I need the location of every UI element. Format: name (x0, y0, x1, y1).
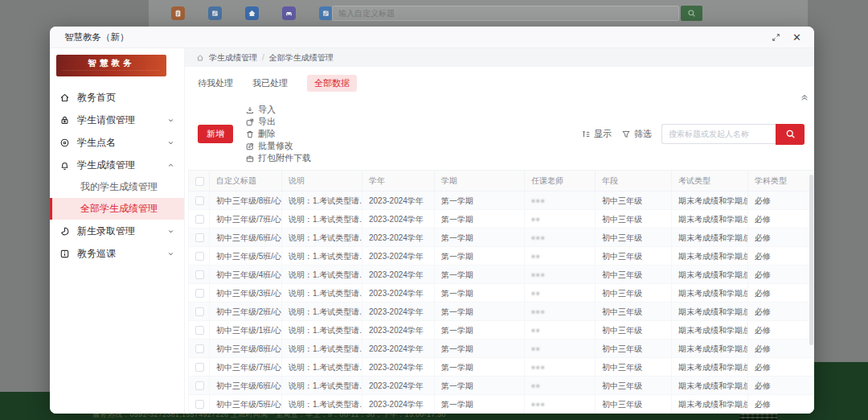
cell-desc: 说明：1.考试类型请... (282, 414, 362, 414)
table-row[interactable]: 初中三年级/6班/心理...说明：1.考试类型请...2023-2024学年第一… (189, 377, 815, 395)
sidebar-item-label: 教务首页 (77, 91, 116, 105)
package-button[interactable]: 打包附件下载 (245, 152, 311, 164)
sidebar-subitem[interactable]: 全部学生成绩管理 (50, 198, 184, 220)
expand-icon[interactable] (772, 33, 780, 42)
cell-exam: 期末考成绩和学期总... (672, 191, 748, 210)
cell-grade: 初中三年级 (596, 377, 672, 395)
cell-title: 初中三年级/3班/心理... (210, 284, 282, 303)
cell-grade: 初中三年级 (596, 303, 672, 321)
select-all-checkbox[interactable] (195, 177, 204, 186)
cell-grade: 初中三年级 (596, 266, 672, 284)
row-checkbox[interactable] (195, 215, 204, 224)
tab-2[interactable]: 全部数据 (307, 75, 357, 92)
import-button[interactable]: 导入 (245, 104, 311, 116)
row-checkbox[interactable] (195, 252, 204, 261)
close-icon[interactable]: ✕ (792, 32, 801, 43)
table-row[interactable]: 初中三年级/8班/心理...说明：1.考试类型请...2023-2024学年第一… (189, 191, 815, 210)
table-row[interactable]: 初中三年级/8班/心理...说明：1.考试类型请...2023-2024学年第一… (189, 340, 815, 358)
car-icon[interactable] (282, 6, 296, 20)
table-row[interactable]: 初中三年级/3班/心理...说明：1.考试类型请...2023-2024学年第一… (189, 284, 815, 303)
row-checkbox[interactable] (195, 233, 204, 242)
row-checkbox[interactable] (195, 381, 204, 390)
cell-teacher: ●● (525, 247, 596, 266)
cell-term: 第一学期 (435, 358, 525, 377)
row-checkbox[interactable] (195, 307, 204, 316)
bell-icon (59, 160, 70, 171)
sidebar-item-home[interactable]: 教务首页 (50, 86, 184, 109)
table-row[interactable]: 初中三年级/2班/心理...说明：1.考试类型请...2023-2024学年第一… (189, 303, 815, 321)
sidebar-item-rollcall[interactable]: 学生点名 (50, 131, 184, 154)
cell-exam: 期末考成绩和学期总... (672, 210, 748, 229)
row-checkbox[interactable] (195, 289, 204, 298)
table-search-input[interactable] (661, 124, 776, 144)
cell-term: 第一学期 (435, 377, 525, 395)
row-checkbox[interactable] (195, 196, 204, 205)
search-icon (785, 129, 796, 139)
cell-subject: 必修 (748, 395, 814, 414)
collapse-panel-icon[interactable] (800, 93, 809, 102)
brand-subtitle: ········································… (56, 69, 166, 72)
cell-term: 第一学期 (435, 284, 525, 303)
cell-desc: 说明：1.考试类型请... (282, 266, 362, 284)
cell-term: 第一学期 (435, 229, 525, 247)
cell-exam: 期末考成绩和学期总... (672, 358, 748, 377)
table-row[interactable]: 初中三年级/5班/心理...说明：1.考试类型请...2023-2024学年第一… (189, 247, 815, 266)
cell-grade: 初中三年级 (596, 284, 672, 303)
row-checkbox[interactable] (195, 363, 204, 372)
table-row[interactable]: 初中三年级/5班/心理...说明：1.考试类型请...2023-2024学年第一… (189, 395, 815, 414)
table-row[interactable]: 初中三年级/6班/心理...说明：1.考试类型请...2023-2024学年第一… (189, 229, 815, 247)
teacher-name-masked: ●● (531, 214, 541, 224)
cell-desc: 说明：1.考试类型请... (282, 340, 362, 358)
cell-exam: 期末考成绩和学期总... (672, 321, 748, 340)
trash-button[interactable]: 删除 (245, 128, 311, 140)
row-checkbox[interactable] (195, 326, 204, 335)
table-row[interactable]: 初中三年级/7班/心理...说明：1.考试类型请...2023-2024学年第一… (189, 210, 815, 229)
teacher-name-masked: ●●● (531, 362, 546, 373)
edit-icon[interactable] (319, 6, 333, 20)
display-button[interactable]: 显示 (581, 128, 612, 140)
tab-0[interactable]: 待我处理 (198, 77, 233, 89)
sidebar-item-inspection[interactable]: 教务巡课 (50, 242, 184, 265)
table-row[interactable]: 初中三年级/7班/心理...说明：1.考试类型请...2023-2024学年第一… (189, 358, 815, 377)
sidebar-item-admission[interactable]: 新生录取管理 (50, 220, 184, 242)
notebook-icon[interactable] (208, 6, 222, 20)
row-checkbox[interactable] (195, 344, 204, 353)
cell-desc: 说明：1.考试类型请... (282, 321, 362, 340)
add-button[interactable]: 新增 (198, 125, 233, 143)
modal-title: 智慧教务（新） (64, 31, 129, 43)
background-search-button[interactable] (681, 6, 702, 21)
row-checkbox[interactable] (195, 400, 204, 409)
clipboard-icon[interactable] (171, 6, 185, 20)
vertical-scrollbar[interactable] (809, 175, 813, 345)
column-header: 说明 (282, 171, 362, 191)
toolbar: 新增 导入导出删除批量修改打包附件下载 显示 (185, 97, 814, 170)
background-toolbar (149, 0, 808, 27)
cell-year: 2023-2024学年 (362, 340, 435, 358)
tab-1[interactable]: 我已处理 (252, 77, 288, 89)
cell-desc: 说明：1.考试类型请... (282, 210, 362, 229)
sidebar-item-scores[interactable]: 学生成绩管理 (50, 154, 184, 176)
cell-grade: 初中三年级 (596, 229, 672, 247)
sidebar-item-leave[interactable]: 学生请假管理 (50, 109, 184, 131)
breadcrumb-item[interactable]: 学生成绩管理 (209, 52, 257, 64)
cell-desc: 说明：1.考试类型请... (282, 395, 362, 414)
sidebar-item-label: 学生点名 (77, 136, 116, 150)
column-header: 学科类型 (748, 171, 814, 191)
table-row[interactable]: 初中三年级/1班/心理...说明：1.考试类型请...2023-2024学年第一… (189, 321, 815, 340)
cell-exam: 期末考成绩和学期总... (672, 247, 748, 266)
cell-title: 初中三年级/1班/心理... (210, 321, 282, 340)
row-checkbox[interactable] (195, 270, 204, 279)
home-icon[interactable] (245, 6, 259, 20)
cell-year: 2023-2024学年 (362, 395, 435, 414)
table-search-button[interactable] (776, 124, 805, 145)
export-button[interactable]: 导出 (245, 116, 311, 128)
filter-button[interactable]: 筛选 (621, 128, 652, 140)
cell-teacher: ●●● (525, 395, 596, 414)
cell-subject: 必修 (748, 377, 814, 395)
table-row[interactable]: 初中三年级/4班/心理...说明：1.考试类型请...2023-2024学年第一… (189, 414, 815, 414)
table-row[interactable]: 初中三年级/4班/心理...说明：1.考试类型请...2023-2024学年第一… (189, 266, 815, 284)
background-search-input[interactable] (332, 6, 679, 21)
sidebar-subitem[interactable]: 我的学生成绩管理 (50, 176, 184, 198)
batchedit-button[interactable]: 批量修改 (245, 140, 311, 152)
sidebar-item-label: 教务巡课 (77, 247, 116, 261)
